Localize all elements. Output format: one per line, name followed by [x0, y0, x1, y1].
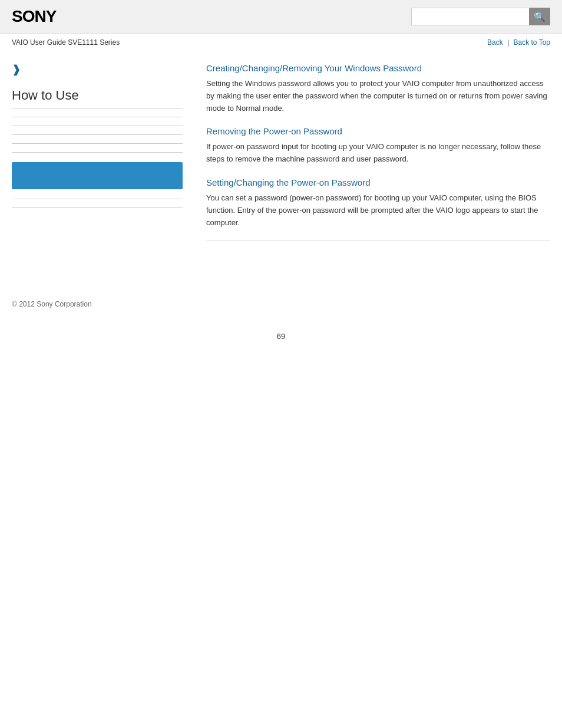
- sidebar-divider-7: [12, 207, 183, 208]
- section-title: How to Use: [12, 88, 183, 108]
- sidebar-divider-1: [12, 117, 183, 117]
- sony-logo: SONY: [12, 7, 56, 26]
- article-1-title[interactable]: Creating/Changing/Removing Your Windows …: [206, 63, 550, 73]
- article-1-text: Setting the Windows password allows you …: [206, 78, 550, 114]
- back-link[interactable]: Back: [487, 38, 503, 47]
- copyright: © 2012 Sony Corporation: [12, 300, 92, 308]
- footer: © 2012 Sony Corporation: [0, 288, 562, 320]
- sidebar-divider-4: [12, 143, 183, 144]
- sub-header-nav: Back | Back to Top: [487, 38, 550, 47]
- sidebar: ❱ How to Use: [12, 63, 194, 253]
- search-area: 🔍: [411, 8, 550, 25]
- sub-header: VAIO User Guide SVE1111 Series Back | Ba…: [0, 34, 562, 51]
- header: SONY 🔍: [0, 0, 562, 34]
- main-content: ❱ How to Use Creating/Changing/Removing …: [0, 51, 562, 265]
- article-3: Setting/Changing the Power-on Password Y…: [206, 177, 550, 229]
- article-2: Removing the Power-on Password If power-…: [206, 126, 550, 166]
- search-input[interactable]: [411, 8, 529, 25]
- sidebar-divider-6: [12, 199, 183, 199]
- sidebar-divider-5: [12, 152, 183, 153]
- guide-title: VAIO User Guide SVE1111 Series: [12, 38, 120, 47]
- article-2-text: If power-on password input for booting u…: [206, 141, 550, 166]
- sidebar-divider-2: [12, 126, 183, 126]
- search-button[interactable]: 🔍: [529, 8, 550, 25]
- content-area: Creating/Changing/Removing Your Windows …: [194, 63, 550, 253]
- page-number: 69: [0, 320, 562, 353]
- article-1: Creating/Changing/Removing Your Windows …: [206, 63, 550, 114]
- sidebar-divider-3: [12, 134, 183, 135]
- article-3-text: You can set a password (power-on passwor…: [206, 192, 550, 229]
- back-to-top-link[interactable]: Back to Top: [514, 38, 550, 47]
- article-2-title[interactable]: Removing the Power-on Password: [206, 126, 550, 136]
- content-divider: [206, 241, 550, 241]
- article-3-title[interactable]: Setting/Changing the Power-on Password: [206, 177, 550, 187]
- nav-separator: |: [507, 38, 509, 47]
- breadcrumb-arrow[interactable]: ❱: [12, 63, 183, 76]
- sidebar-blue-box: [12, 162, 183, 189]
- search-icon: 🔍: [534, 11, 546, 22]
